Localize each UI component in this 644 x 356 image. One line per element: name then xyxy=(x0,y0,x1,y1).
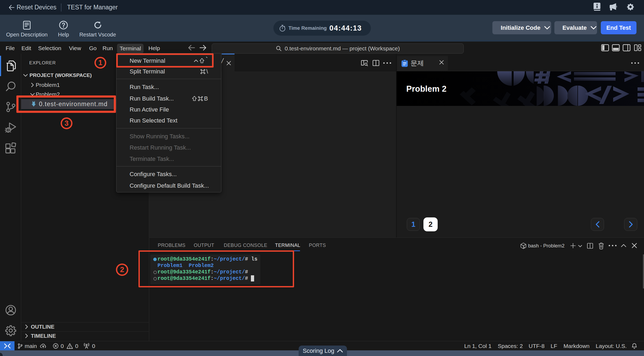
svg-text:Problem 2: Problem 2 xyxy=(406,84,447,94)
